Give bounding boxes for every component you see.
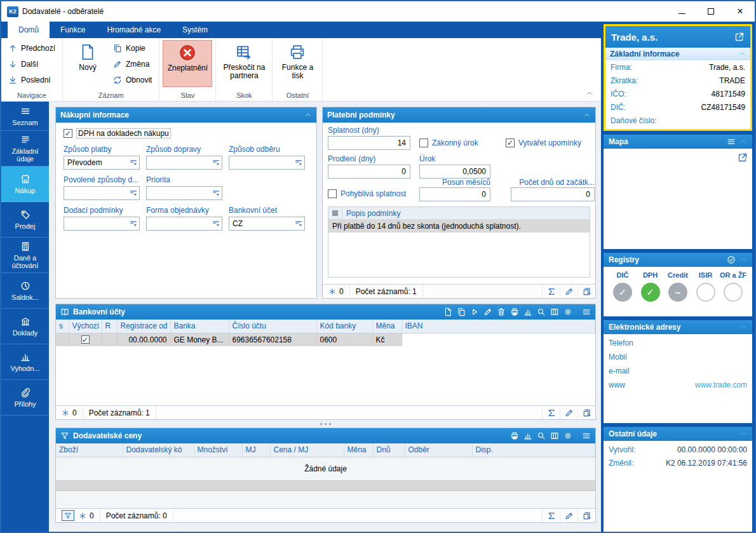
tab-funkce[interactable]: Funkce [50,22,96,38]
month-shift-input[interactable]: 0 [419,187,490,201]
external-link-icon[interactable] [738,152,748,163]
registry-item-or-zf[interactable]: OR a ŽF [720,271,746,316]
open-in-window-button[interactable] [577,509,595,522]
interest-input[interactable]: 0,0500 [419,165,490,179]
maximize-button[interactable] [696,1,726,22]
sum-button[interactable] [542,406,560,419]
settings-icon[interactable] [564,431,572,440]
column-header[interactable]: s [56,320,69,333]
sidebar-item-zakladni-udaje[interactable]: Základní údaje [1,131,49,166]
search-icon[interactable] [537,431,546,440]
edit-record-button[interactable] [560,285,577,298]
close-button[interactable]: × [726,1,755,22]
table-row[interactable]: Při platbě do 14 dnů bez skonta (jednodu… [328,220,590,233]
open-in-window-button[interactable] [577,406,595,419]
map-area[interactable] [604,149,752,249]
collapse-section-icon[interactable] [739,256,747,264]
new-record-icon[interactable] [443,307,452,316]
column-header[interactable]: Dodavatelský kó [123,443,194,457]
column-header[interactable]: Měna [372,320,402,333]
functions-print-button[interactable]: Funkce a tisk [276,40,319,87]
collapse-section-icon[interactable] [739,323,747,331]
delete-record-icon[interactable] [497,307,506,316]
columns-icon[interactable] [550,307,559,316]
open-in-window-button[interactable] [577,285,595,298]
allowed-methods-combo[interactable] [64,186,140,200]
statutory-interest-checkbox[interactable] [419,138,428,147]
column-header[interactable]: Měna [344,443,373,457]
dph-checkbox[interactable] [64,129,72,138]
column-header[interactable]: Registrace od [117,320,170,333]
columns-icon[interactable] [550,431,559,440]
splitter-handle[interactable] [55,420,596,428]
sidebar-item-dane-a-uctovani[interactable]: Daně a účtování [1,238,49,273]
column-header[interactable]: R [102,320,117,333]
column-header[interactable]: Cena / MJ [270,443,344,457]
chart-icon[interactable] [523,307,532,316]
registry-item-isir[interactable]: ISIR [692,271,719,316]
next-button[interactable]: Další [4,56,42,72]
sidebar-item-vyhodnoceni[interactable]: Vyhodn... [1,344,49,380]
create-reminders-checkbox[interactable] [506,138,515,147]
minimize-button[interactable] [667,1,696,22]
last-button[interactable]: Poslední [4,72,55,88]
column-header[interactable]: Kód banky [316,320,372,333]
filter-toggle-button[interactable] [62,510,74,521]
collapse-section-icon[interactable] [739,430,747,438]
column-header[interactable]: Zboží [56,443,123,457]
payment-method-combo[interactable]: Převodem [64,156,140,170]
collapse-panel-icon[interactable] [304,111,312,119]
settings-icon[interactable] [564,307,572,316]
column-header[interactable]: Banka [170,320,229,333]
column-header[interactable]: Číslo účtu [229,320,316,333]
transport-method-combo[interactable] [146,156,222,170]
external-link-icon[interactable] [734,32,745,42]
priority-combo[interactable] [146,186,222,200]
registry-item-credit[interactable]: Credit [665,271,691,316]
registry-item-dph[interactable]: DPH [637,271,664,316]
edit-record-icon[interactable] [483,307,492,316]
panel-menu-icon[interactable] [582,307,591,316]
invalidate-button[interactable]: Zneplatnění [163,40,212,87]
run-icon[interactable] [470,307,479,316]
column-header[interactable]: IBAN [402,320,595,333]
print-icon[interactable] [510,307,519,316]
sidebar-item-saldokonta[interactable]: Saldok... [1,273,49,309]
ribbon-collapse-icon[interactable] [586,90,593,97]
copy-button[interactable]: Kopie [109,40,156,56]
pickup-method-combo[interactable] [229,156,305,170]
default-account-checkbox[interactable] [81,335,90,344]
sidebar-item-prilohy[interactable]: Přílohy [1,380,49,415]
column-header[interactable]: MJ [242,443,270,457]
tab-system[interactable]: Systém [172,22,219,38]
delivery-terms-combo[interactable] [64,217,140,231]
jump-to-partner-button[interactable]: Přeskočit na partnera [219,40,269,87]
panel-menu-icon[interactable] [582,431,591,440]
days-from-start-input[interactable]: 0 [511,187,595,201]
sum-button[interactable] [542,285,560,298]
search-icon[interactable] [537,307,546,316]
due-days-input[interactable]: 14 [328,136,410,150]
refresh-button[interactable]: Obnovit [109,72,156,88]
column-header[interactable]: Odběr [405,443,472,457]
panel-menu-icon[interactable] [727,137,736,146]
sum-button[interactable] [542,509,560,522]
delay-days-input[interactable]: 0 [328,165,410,179]
website-link[interactable]: www.trade.com [695,381,747,389]
bank-account-combo[interactable]: CZ [229,217,305,231]
edit-record-button[interactable] [560,509,577,522]
circled-check-icon[interactable] [727,255,736,264]
table-row[interactable]: 00.00.0000 GE Money B... 69636567602158 … [56,333,595,346]
sidebar-item-nakup[interactable]: Nákup [1,166,49,202]
previous-button[interactable]: Předchozí [4,40,59,56]
collapse-section-icon[interactable] [738,50,746,58]
sidebar-item-prodej[interactable]: Prodej [1,202,49,238]
print-icon[interactable] [510,431,519,440]
registry-item-dic[interactable]: DIČ [609,271,636,316]
floating-due-checkbox[interactable] [328,189,337,198]
column-header[interactable]: Výchozí [69,320,102,333]
sidebar-item-seznam[interactable]: Seznam [1,102,49,131]
column-header[interactable]: Množství [194,443,242,457]
order-form-combo[interactable] [146,217,222,231]
collapse-panel-icon[interactable] [583,111,591,119]
